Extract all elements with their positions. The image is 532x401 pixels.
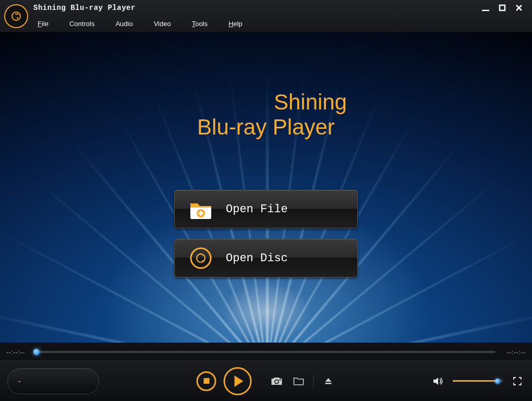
time-elapsed: --:--:-- <box>6 349 32 355</box>
close-button[interactable] <box>514 3 524 13</box>
eject-button[interactable] <box>321 374 336 388</box>
video-stage: Shining Blu-ray Player Open File <box>0 32 532 343</box>
menu-help[interactable]: Help <box>228 20 243 28</box>
eject-icon <box>324 376 333 386</box>
transport-controls <box>197 367 336 395</box>
svg-point-9 <box>202 260 203 261</box>
seek-bar: --:--:-- --:--:-- <box>0 343 532 360</box>
speaker-icon <box>432 376 444 386</box>
volume-button[interactable] <box>431 374 445 388</box>
now-playing-pill[interactable]: - <box>7 368 99 394</box>
play-icon <box>234 375 243 387</box>
svg-point-7 <box>191 248 211 268</box>
open-file-label: Open File <box>226 203 288 216</box>
hero-title: Shining Blu-ray Player <box>0 90 532 140</box>
divider <box>313 375 314 387</box>
svg-point-11 <box>275 380 279 383</box>
progress-knob[interactable] <box>33 349 40 355</box>
folder-plus-icon <box>188 197 213 222</box>
camera-icon <box>271 376 283 386</box>
stop-button[interactable] <box>197 371 216 391</box>
time-remaining: --:--:-- <box>500 349 526 355</box>
open-disc-label: Open Disc <box>226 252 288 265</box>
now-playing-text: - <box>18 377 21 385</box>
svg-rect-1 <box>500 5 505 10</box>
volume-slider[interactable] <box>453 380 503 382</box>
app-logo <box>4 4 28 28</box>
menu-file[interactable]: File <box>38 20 49 28</box>
menu-video[interactable]: Video <box>154 20 171 28</box>
disc-icon <box>188 246 213 271</box>
menu-controls[interactable]: Controls <box>69 20 94 28</box>
open-file-button[interactable]: Open File <box>174 190 358 228</box>
menu-tools[interactable]: Tools <box>192 20 208 28</box>
menu-audio[interactable]: Audio <box>115 20 132 28</box>
control-bar: - <box>0 360 532 401</box>
snapshot-button[interactable] <box>270 374 284 388</box>
app-title: Shining Blu-ray Player <box>33 4 136 12</box>
svg-rect-12 <box>280 379 281 380</box>
fullscreen-icon <box>512 376 523 386</box>
minimize-button[interactable] <box>481 3 490 13</box>
play-button[interactable] <box>224 367 252 395</box>
hero-line2: Blu-ray Player <box>0 115 532 140</box>
fullscreen-button[interactable] <box>510 374 525 388</box>
volume-knob[interactable] <box>495 379 500 384</box>
stop-icon <box>203 378 209 384</box>
open-button[interactable] <box>292 374 306 388</box>
progress-track[interactable] <box>37 351 495 353</box>
svg-point-8 <box>197 254 205 262</box>
menu-bar: File Controls Audio Video Tools Help <box>0 16 532 32</box>
title-bar: Shining Blu-ray Player File Controls Aud… <box>0 0 532 32</box>
maximize-button[interactable] <box>498 3 507 13</box>
svg-rect-6 <box>198 213 203 214</box>
svg-rect-13 <box>325 383 332 384</box>
folder-icon <box>293 376 305 386</box>
open-disc-button[interactable]: Open Disc <box>174 239 358 277</box>
hero-line1: Shining <box>0 90 532 115</box>
